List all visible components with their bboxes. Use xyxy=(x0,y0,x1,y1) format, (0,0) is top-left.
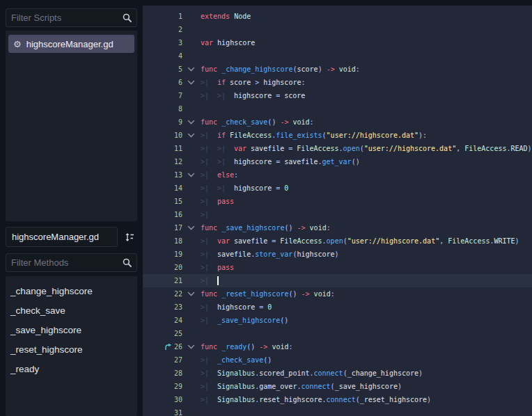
code-line-21[interactable]: 21>| xyxy=(143,274,532,287)
line-number: 14 xyxy=(143,182,182,195)
fold-gutter xyxy=(182,10,201,23)
fold-gutter[interactable] xyxy=(182,221,201,234)
code-line-14[interactable]: 14>|>|highscore = 0 xyxy=(143,182,532,195)
line-number: 6 xyxy=(143,76,182,89)
fold-chevron-icon[interactable] xyxy=(187,65,195,73)
script-name-field[interactable]: highscoreManager.gd xyxy=(6,227,118,247)
fold-chevron-icon[interactable] xyxy=(187,131,195,139)
code-text: >| xyxy=(201,208,532,221)
code-line-22[interactable]: 22func _reset_highscore() -> void: xyxy=(143,287,532,301)
line-number: 16 xyxy=(143,208,182,221)
fold-gutter xyxy=(182,208,201,221)
code-line-29[interactable]: 29>|Signalbus.game_over.connect(_save_hi… xyxy=(143,380,532,393)
code-line-30[interactable]: 30>|Signalbus.reset_highscore.connect(_r… xyxy=(143,393,532,406)
code-text: func _change_highscore(score) -> void: xyxy=(201,63,532,76)
code-line-27[interactable]: 27>|_check_save() xyxy=(143,353,532,367)
fold-chevron-icon[interactable] xyxy=(187,343,195,351)
fold-gutter[interactable] xyxy=(182,76,201,89)
code-line-6[interactable]: 6>|if score > highscore: xyxy=(143,76,532,89)
indent-marker: >| xyxy=(201,274,217,287)
code-line-13[interactable]: 13>|else: xyxy=(143,168,532,182)
indent-marker: >| xyxy=(201,129,217,142)
fold-gutter xyxy=(182,380,201,393)
code-text: var highscore xyxy=(201,36,532,49)
indent-marker: >| xyxy=(201,248,217,261)
godot-script-editor: ⚙ highscoreManager.gd highscoreManager.g… xyxy=(0,0,532,416)
scripts-sidebar: ⚙ highscoreManager.gd highscoreManager.g… xyxy=(6,8,137,416)
code-line-23[interactable]: 23>|highscore = 0 xyxy=(143,301,532,314)
line-number: 22 xyxy=(143,287,182,301)
fold-gutter xyxy=(182,182,201,195)
method-item-reset_highscore[interactable]: _reset_highscore xyxy=(6,339,137,359)
line-number: 4 xyxy=(143,49,182,63)
code-line-9[interactable]: 9func _check_save() -> void: xyxy=(143,115,532,129)
code-line-15[interactable]: 15>|pass xyxy=(143,195,532,208)
code-line-7[interactable]: 7>|>|highscore = score xyxy=(143,89,532,102)
fold-gutter[interactable] xyxy=(182,115,201,129)
indent-marker: >| xyxy=(201,234,217,248)
code-line-4[interactable]: 4 xyxy=(143,49,532,63)
code-line-16[interactable]: 16>| xyxy=(143,208,532,221)
code-line-28[interactable]: 28>|Signalbus.scored_point.connect(_chan… xyxy=(143,367,532,380)
code-text: >|if FileAccess.file_exists("user://high… xyxy=(201,129,532,142)
line-number: 24 xyxy=(143,314,182,327)
indent-marker: >| xyxy=(201,182,217,195)
code-text: >|pass xyxy=(201,195,532,208)
line-number: 31 xyxy=(143,406,182,416)
indent-marker: >| xyxy=(201,89,217,102)
script-item-highscoremanager[interactable]: ⚙ highscoreManager.gd xyxy=(8,35,134,53)
gear-icon: ⚙ xyxy=(13,40,22,49)
code-line-17[interactable]: 17func _save_highscore() -> void: xyxy=(143,221,532,234)
method-item-ready[interactable]: _ready xyxy=(6,359,137,378)
indent-marker: >| xyxy=(201,380,217,393)
code-line-1[interactable]: 1extends Node xyxy=(143,10,532,23)
sort-methods-button[interactable] xyxy=(122,230,137,245)
filter-methods-field[interactable] xyxy=(11,257,120,268)
code-line-11[interactable]: 11>|>|var savefile = FileAccess.open("us… xyxy=(143,142,532,155)
method-item-save_highscore[interactable]: _save_highscore xyxy=(6,320,137,339)
code-editor[interactable]: 1extends Node23var highscore45func _chan… xyxy=(143,6,532,416)
code-line-19[interactable]: 19>|savefile.store_var(highscore) xyxy=(143,248,532,261)
fold-gutter xyxy=(182,155,201,168)
fold-chevron-icon[interactable] xyxy=(187,171,195,179)
method-item-change_highscore[interactable]: _change_highscore xyxy=(6,281,137,301)
fold-gutter[interactable] xyxy=(182,287,201,301)
fold-gutter xyxy=(182,367,201,380)
code-line-3[interactable]: 3var highscore xyxy=(143,36,532,49)
code-line-31[interactable]: 31 xyxy=(143,406,532,416)
code-line-24[interactable]: 24>|_save_highscore() xyxy=(143,314,532,327)
fold-gutter[interactable] xyxy=(182,340,201,353)
code-line-12[interactable]: 12>|>|highscore = savefile.get_var() xyxy=(143,155,532,168)
filter-scripts-field[interactable] xyxy=(11,13,120,23)
fold-gutter[interactable] xyxy=(182,129,201,142)
filter-scripts-input[interactable] xyxy=(6,8,137,27)
code-line-18[interactable]: 18>|var savefile = FileAccess.open("user… xyxy=(143,234,532,248)
code-line-20[interactable]: 20>|pass xyxy=(143,261,532,274)
script-name-value: highscoreManager.gd xyxy=(12,232,99,242)
code-line-10[interactable]: 10>|if FileAccess.file_exists("user://hi… xyxy=(143,129,532,142)
method-item-check_save[interactable]: _check_save xyxy=(6,301,137,320)
indent-marker: >| xyxy=(201,314,217,327)
code-text: >|savefile.store_var(highscore) xyxy=(201,248,532,261)
line-number: 1 xyxy=(143,10,182,23)
code-line-25[interactable]: 25 xyxy=(143,327,532,340)
fold-gutter xyxy=(182,393,201,406)
line-number: 29 xyxy=(143,380,182,393)
fold-chevron-icon[interactable] xyxy=(187,79,195,86)
indent-marker: >| xyxy=(201,168,217,182)
fold-chevron-icon[interactable] xyxy=(187,118,195,126)
indent-marker: >| xyxy=(217,142,234,155)
fold-chevron-icon[interactable] xyxy=(187,290,195,298)
fold-gutter xyxy=(182,234,201,248)
code-line-26[interactable]: 26func _ready() -> void: xyxy=(143,340,532,353)
fold-gutter xyxy=(182,314,201,327)
code-line-8[interactable]: 8 xyxy=(143,102,532,115)
code-line-2[interactable]: 2 xyxy=(143,23,532,36)
fold-chevron-icon[interactable] xyxy=(187,224,195,232)
filter-methods-input[interactable] xyxy=(6,253,137,272)
code-line-5[interactable]: 5func _change_highscore(score) -> void: xyxy=(143,63,532,76)
line-number: 10 xyxy=(143,129,182,142)
fold-gutter[interactable] xyxy=(182,63,201,76)
fold-gutter[interactable] xyxy=(182,168,201,182)
fold-gutter xyxy=(182,89,201,102)
